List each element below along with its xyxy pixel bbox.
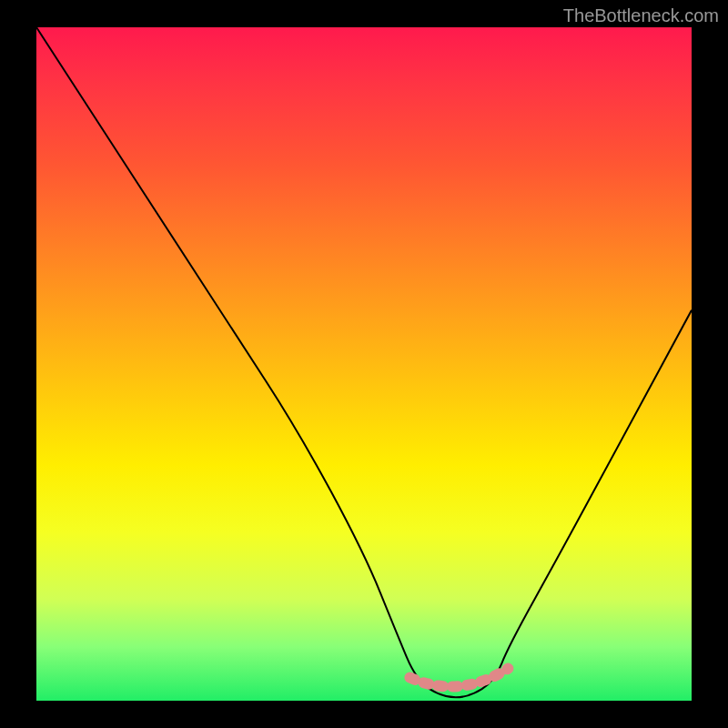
watermark-text: TheBottleneck.com: [563, 5, 719, 26]
chart-plot-area: [36, 27, 692, 701]
chart-minimum-marker: [410, 669, 508, 687]
chart-curve-svg: [36, 27, 692, 701]
chart-curve-path: [36, 27, 692, 697]
